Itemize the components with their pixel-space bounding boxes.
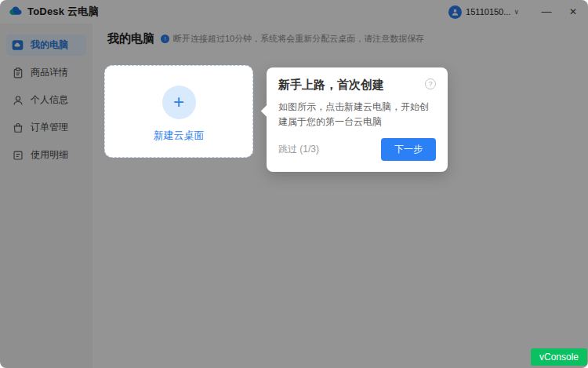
plus-icon: + xyxy=(173,93,184,111)
guide-tooltip: 新手上路，首次创建 ? 如图所示，点击新建云电脑，开始创建属于您的第一台云电脑 … xyxy=(267,67,448,172)
skip-button[interactable]: 跳过 (1/3) xyxy=(278,143,319,156)
app-window: ToDesk 云电脑 15110150... ∨ — ✕ 我的电脑 xyxy=(0,0,588,368)
tooltip-header: 新手上路，首次创建 ? xyxy=(278,78,436,93)
help-icon[interactable]: ? xyxy=(425,78,436,89)
create-cloud-desktop-card[interactable]: + 新建云桌面 xyxy=(104,65,253,158)
create-desktop-label: 新建云桌面 xyxy=(154,129,205,143)
tooltip-title: 新手上路，首次创建 xyxy=(278,78,384,93)
tooltip-body: 如图所示，点击新建云电脑，开始创建属于您的第一台云电脑 xyxy=(278,100,436,129)
guide-dim-overlay xyxy=(0,0,588,368)
next-step-button[interactable]: 下一步 xyxy=(381,138,436,161)
vconsole-button[interactable]: vConsole xyxy=(531,348,587,366)
plus-circle: + xyxy=(162,86,196,119)
tooltip-footer: 跳过 (1/3) 下一步 xyxy=(278,138,436,161)
